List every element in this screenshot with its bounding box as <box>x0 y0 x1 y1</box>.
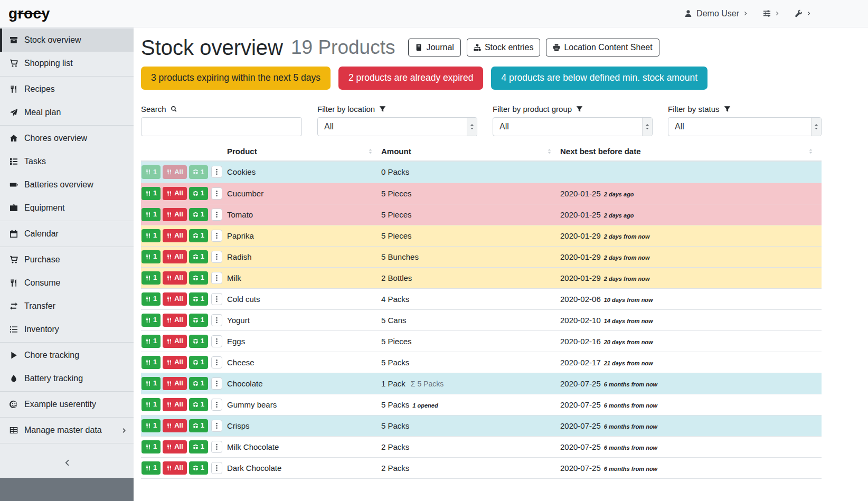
consume-one-button[interactable]: 1 <box>141 314 161 327</box>
search-input[interactable] <box>141 117 302 136</box>
consume-all-button[interactable]: All <box>163 398 187 411</box>
row-menu-button[interactable] <box>211 335 222 347</box>
consume-all-button[interactable]: All <box>163 461 187 475</box>
product-name[interactable]: Cheese <box>227 358 381 367</box>
consume-one-button[interactable]: 1 <box>141 419 161 432</box>
sidebar-item-stock-overview[interactable]: Stock overview <box>0 29 134 52</box>
column-header-amount[interactable]: Amount <box>381 144 560 160</box>
stock-entries-button[interactable]: Stock entries <box>467 39 540 56</box>
row-menu-button[interactable] <box>211 230 222 242</box>
user-menu[interactable]: Demo User <box>684 9 748 18</box>
open-one-button[interactable]: 1 <box>189 187 208 200</box>
consume-all-button[interactable]: All <box>163 335 187 348</box>
open-one-button[interactable]: 1 <box>189 292 208 306</box>
product-name[interactable]: Cold cuts <box>227 295 381 304</box>
consume-one-button[interactable]: 1 <box>141 440 161 453</box>
consume-all-button[interactable]: All <box>163 165 187 178</box>
product-name[interactable]: Milk <box>227 273 381 282</box>
open-one-button[interactable]: 1 <box>189 419 208 432</box>
sidebar-item-calendar[interactable]: Calendar <box>0 222 134 245</box>
app-logo[interactable]: grocy <box>8 5 50 22</box>
row-menu-button[interactable] <box>211 356 222 368</box>
sidebar-item-battery-tracking[interactable]: Battery tracking <box>0 367 134 390</box>
consume-all-button[interactable]: All <box>163 229 187 242</box>
row-menu-button[interactable] <box>211 399 222 411</box>
product-group-select[interactable]: All <box>493 117 653 136</box>
settings-menu[interactable] <box>763 10 780 17</box>
alert-expired[interactable]: 2 products are already expired <box>338 67 483 90</box>
open-one-button[interactable]: 1 <box>189 398 208 411</box>
consume-all-button[interactable]: All <box>163 250 187 263</box>
row-menu-button[interactable] <box>211 420 222 432</box>
sidebar-item-transfer[interactable]: Transfer <box>0 295 134 318</box>
consume-all-button[interactable]: All <box>163 208 187 221</box>
consume-one-button[interactable]: 1 <box>141 398 161 411</box>
consume-all-button[interactable]: All <box>163 292 187 306</box>
product-name[interactable]: Radish <box>227 252 381 261</box>
consume-all-button[interactable]: All <box>163 440 187 453</box>
sidebar-item-recipes[interactable]: Recipes <box>0 78 134 101</box>
sidebar-collapse-button[interactable] <box>0 447 134 478</box>
open-one-button[interactable]: 1 <box>189 229 208 242</box>
open-one-button[interactable]: 1 <box>189 440 208 453</box>
journal-button[interactable]: Journal <box>408 39 460 56</box>
consume-all-button[interactable]: All <box>163 356 187 369</box>
product-name[interactable]: Eggs <box>227 337 381 346</box>
location-content-sheet-button[interactable]: Location Content Sheet <box>546 39 659 56</box>
row-menu-button[interactable] <box>211 462 222 474</box>
open-one-button[interactable]: 1 <box>189 314 208 327</box>
product-name[interactable]: Paprika <box>227 231 381 240</box>
consume-all-button[interactable]: All <box>163 377 187 390</box>
consume-one-button[interactable]: 1 <box>141 165 161 178</box>
row-menu-button[interactable] <box>211 187 222 200</box>
sidebar-item-purchase[interactable]: Purchase <box>0 248 134 271</box>
consume-all-button[interactable]: All <box>163 187 187 200</box>
open-one-button[interactable]: 1 <box>189 208 208 221</box>
consume-one-button[interactable]: 1 <box>141 250 161 263</box>
row-menu-button[interactable] <box>211 272 222 284</box>
row-menu-button[interactable] <box>211 209 222 221</box>
open-one-button[interactable]: 1 <box>189 461 208 475</box>
consume-one-button[interactable]: 1 <box>141 292 161 306</box>
location-select[interactable]: All <box>317 117 477 136</box>
product-name[interactable]: Dark Chocolate <box>227 464 381 472</box>
alert-below-min-stock[interactable]: 4 products are below defined min. stock … <box>491 67 707 90</box>
product-name[interactable]: Chocolate <box>227 379 381 388</box>
sidebar-item-batteries-overview[interactable]: Batteries overview <box>0 173 134 196</box>
row-menu-button[interactable] <box>211 314 222 326</box>
consume-one-button[interactable]: 1 <box>141 208 161 221</box>
alert-expiring[interactable]: 3 products expiring within the next 5 da… <box>141 67 331 90</box>
sidebar-item-inventory[interactable]: Inventory <box>0 318 134 341</box>
open-one-button[interactable]: 1 <box>189 250 208 263</box>
consume-one-button[interactable]: 1 <box>141 187 161 200</box>
column-header-product[interactable]: Product <box>227 144 381 160</box>
sidebar-item-shopping-list[interactable]: Shopping list <box>0 52 134 75</box>
consume-all-button[interactable]: All <box>163 419 187 432</box>
sidebar-item-consume[interactable]: Consume <box>0 271 134 295</box>
consume-one-button[interactable]: 1 <box>141 356 161 369</box>
row-menu-button[interactable] <box>211 293 222 305</box>
row-menu-button[interactable] <box>211 377 222 390</box>
product-name[interactable]: Cookies <box>227 167 381 176</box>
sidebar-item-equipment[interactable]: Equipment <box>0 196 134 220</box>
product-name[interactable]: Tomato <box>227 210 381 219</box>
sidebar-item-chore-tracking[interactable]: Chore tracking <box>0 344 134 367</box>
consume-one-button[interactable]: 1 <box>141 229 161 242</box>
sidebar-item-meal-plan[interactable]: Meal plan <box>0 101 134 124</box>
admin-menu[interactable] <box>795 10 812 17</box>
product-name[interactable]: Gummy bears <box>227 400 381 409</box>
sidebar-item-tasks[interactable]: Tasks <box>0 150 134 173</box>
open-one-button[interactable]: 1 <box>189 377 208 390</box>
sidebar-item-chores-overview[interactable]: Chores overview <box>0 127 134 150</box>
consume-all-button[interactable]: All <box>163 271 187 285</box>
product-name[interactable]: Yogurt <box>227 316 381 325</box>
row-menu-button[interactable] <box>211 166 222 178</box>
row-menu-button[interactable] <box>211 251 222 263</box>
open-one-button[interactable]: 1 <box>189 271 208 285</box>
consume-one-button[interactable]: 1 <box>141 335 161 348</box>
product-name[interactable]: Crisps <box>227 421 381 430</box>
row-menu-button[interactable] <box>211 441 222 453</box>
status-select[interactable]: All <box>668 117 822 136</box>
column-header-next-best-before-date[interactable]: Next best before date <box>560 144 822 160</box>
consume-one-button[interactable]: 1 <box>141 461 161 475</box>
